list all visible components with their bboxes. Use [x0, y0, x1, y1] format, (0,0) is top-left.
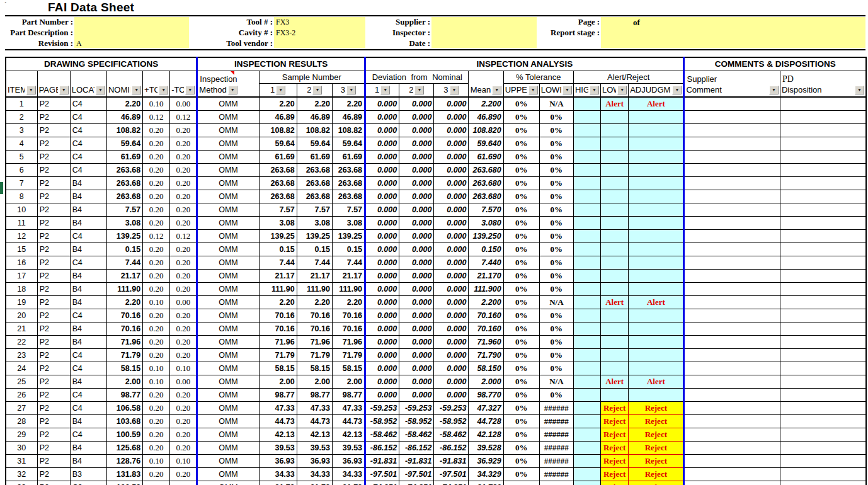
cell-page[interactable]: P2 [37, 415, 70, 428]
cell-minus-tol[interactable]: 0.00 [170, 97, 197, 111]
cell-high-flag[interactable] [573, 375, 600, 389]
cell-method[interactable]: OMM [197, 137, 259, 151]
cell-method[interactable]: OMM [197, 481, 259, 485]
cell-deviation-1[interactable]: 0.000 [365, 111, 399, 124]
cell-pd-disposition[interactable] [780, 164, 866, 177]
cell-pd-disposition[interactable] [780, 389, 866, 402]
cell-upper-pct[interactable]: 0% [503, 362, 539, 375]
cell-sample-2[interactable]: 42.13 [297, 428, 332, 442]
cell-deviation-3[interactable]: 0.000 [434, 389, 469, 402]
cell-deviation-2[interactable]: 0.000 [399, 362, 434, 375]
cell-pd-disposition[interactable] [780, 402, 866, 415]
cell-nominal[interactable]: 106.58 [106, 402, 142, 415]
cell-nominal[interactable]: 61.69 [106, 151, 142, 164]
cell-location[interactable]: C4 [70, 349, 106, 362]
cell-deviation-1[interactable]: 0.000 [365, 190, 399, 203]
cell-mean[interactable]: 70.160 [469, 309, 503, 322]
cell-item[interactable]: 6 [6, 164, 37, 177]
cell-adjudgment[interactable]: Reject [629, 442, 684, 455]
filter-dropdown-method[interactable]: ▼ [228, 86, 237, 94]
cell-lower-pct[interactable]: ###### [539, 415, 573, 428]
cell-nominal[interactable]: 58.15 [106, 362, 142, 375]
report-stage-value[interactable] [601, 28, 865, 38]
cell-nominal[interactable]: 128.76 [106, 455, 142, 468]
cell-sample-1[interactable]: 70.16 [259, 322, 297, 336]
cell-mean[interactable]: 58.150 [469, 362, 503, 375]
supplier-input-block[interactable] [431, 17, 537, 48]
cell-sample-3[interactable]: 3.08 [332, 217, 365, 230]
filter-dropdown-item[interactable]: ▼ [26, 86, 36, 94]
cell-sample-1[interactable]: 71.96 [259, 336, 297, 349]
cell-sample-1[interactable]: 2.00 [259, 375, 297, 389]
cell-pd-disposition[interactable] [780, 296, 866, 309]
cell-low-flag[interactable] [601, 283, 629, 296]
cell-high-flag[interactable] [573, 164, 600, 177]
cell-sample-3[interactable]: 108.82 [332, 124, 365, 137]
cell-sample-1[interactable]: 2.20 [259, 296, 297, 309]
cell-upper-pct[interactable]: 0% [503, 349, 539, 362]
cell-item[interactable]: 10 [6, 203, 37, 217]
cell-plus-tol[interactable]: 0.20 [143, 389, 170, 402]
cell-lower-pct[interactable]: ###### [539, 481, 573, 485]
inspector-value[interactable] [431, 28, 537, 38]
cell-mean[interactable]: 21.170 [469, 270, 503, 283]
cell-sample-1[interactable]: 42.13 [259, 428, 297, 442]
cell-high-flag[interactable] [573, 283, 600, 296]
cell-minus-tol[interactable]: 0.20 [170, 442, 197, 455]
cell-pd-disposition[interactable] [780, 217, 866, 230]
cell-sample-1[interactable]: 47.33 [259, 402, 297, 415]
cell-location[interactable]: C4 [70, 151, 106, 164]
cell-high-flag[interactable] [573, 349, 600, 362]
cell-lower-pct[interactable]: ###### [539, 468, 573, 481]
cell-plus-tol[interactable]: 0.20 [143, 283, 170, 296]
cell-low-flag[interactable] [601, 336, 629, 349]
cell-supplier-comment[interactable] [684, 230, 780, 243]
cell-upper-pct[interactable]: 0% [503, 375, 539, 389]
cell-page[interactable]: P2 [37, 362, 70, 375]
cell-deviation-3[interactable]: 0.000 [434, 203, 469, 217]
cell-page[interactable]: P2 [37, 389, 70, 402]
cell-sample-3[interactable]: 263.68 [332, 164, 365, 177]
cell-location[interactable]: B4 [70, 190, 106, 203]
cell-adjudgment[interactable] [629, 190, 684, 203]
cell-location[interactable]: C4 [70, 124, 106, 137]
cell-minus-tol[interactable]: 0.20 [170, 243, 197, 256]
cell-page[interactable]: P2 [37, 455, 70, 468]
cell-method[interactable]: OMM [197, 468, 259, 481]
cell-sample-3[interactable]: 0.15 [332, 243, 365, 256]
cell-upper-pct[interactable]: 0% [503, 455, 539, 468]
cell-plus-tol[interactable]: 0.20 [143, 468, 170, 481]
cell-item[interactable]: 1 [6, 97, 37, 111]
cell-lower-pct[interactable]: 0% [539, 124, 573, 137]
cell-method[interactable]: OMM [197, 270, 259, 283]
filter-dropdown-adjudgment[interactable]: ▼ [672, 86, 682, 94]
cell-pd-disposition[interactable] [780, 256, 866, 270]
cell-sample-2[interactable]: 39.53 [297, 442, 332, 455]
cell-supplier-comment[interactable] [684, 97, 780, 111]
cell-supplier-comment[interactable] [684, 270, 780, 283]
cell-deviation-1[interactable]: -58.952 [365, 415, 399, 428]
cavity-number-value[interactable]: FX3-2 [274, 28, 365, 38]
cell-nominal[interactable]: 131.83 [106, 468, 142, 481]
cell-mean[interactable]: 263.680 [469, 190, 503, 203]
cell-adjudgment[interactable] [629, 203, 684, 217]
cell-adjudgment[interactable] [629, 243, 684, 256]
cell-pd-disposition[interactable] [780, 349, 866, 362]
cell-page[interactable]: P2 [37, 164, 70, 177]
cell-supplier-comment[interactable] [684, 177, 780, 190]
cell-low-flag[interactable] [601, 362, 629, 375]
cell-location[interactable]: C4 [70, 428, 106, 442]
cell-method[interactable]: OMM [197, 402, 259, 415]
cell-deviation-2[interactable]: 0.000 [399, 389, 434, 402]
cell-item[interactable]: 3 [6, 124, 37, 137]
cell-method[interactable]: OMM [197, 455, 259, 468]
cell-method[interactable]: OMM [197, 375, 259, 389]
cell-adjudgment[interactable]: Reject [629, 468, 684, 481]
cell-location[interactable]: C4 [70, 111, 106, 124]
cell-lower-pct[interactable]: N/A [539, 97, 573, 111]
cell-high-flag[interactable] [573, 468, 600, 481]
supplier-value[interactable] [431, 17, 537, 28]
cell-deviation-2[interactable]: 0.000 [399, 375, 434, 389]
cell-method[interactable]: OMM [197, 283, 259, 296]
cell-page[interactable]: P2 [37, 256, 70, 270]
